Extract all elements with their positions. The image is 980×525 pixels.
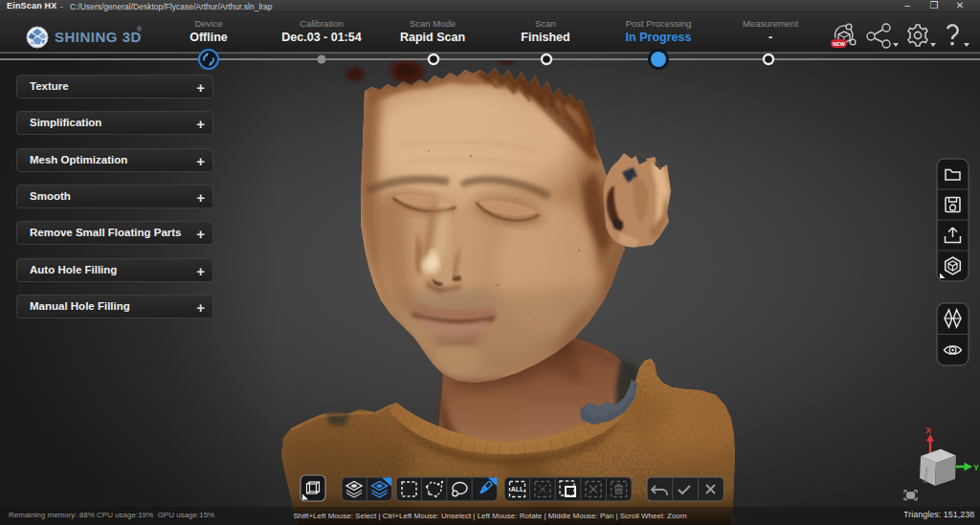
- svg-text:SHINING 3D: SHINING 3D: [55, 29, 142, 45]
- svg-text:®: ®: [137, 26, 143, 33]
- svg-text:Y: Y: [973, 463, 979, 472]
- svg-text:ALL: ALL: [511, 486, 524, 492]
- svg-text:NEW: NEW: [833, 41, 846, 47]
- svg-text:X: X: [925, 426, 931, 435]
